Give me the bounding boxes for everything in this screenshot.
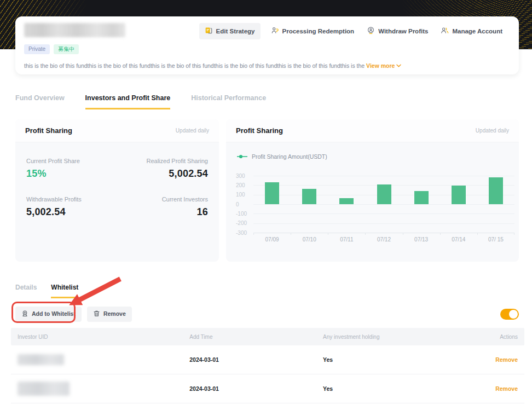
fund-bio: this is the bio of this fundthis is the … [24, 62, 505, 69]
chart-xtick-label: 07/10 [291, 236, 328, 242]
chart-axis-tick [365, 233, 366, 235]
holding-value: Yes [316, 356, 473, 363]
recruiting-badge: 募集中 [54, 44, 79, 54]
table-header-row: Investor UID Add Time Any investment hol… [11, 328, 524, 345]
chart-bar[interactable] [489, 177, 503, 204]
holding-value: Yes [316, 385, 473, 392]
chart-legend: Profit Sharing Amount(USDT) [237, 153, 327, 160]
fund-badges: Private 募集中 [24, 44, 505, 54]
chart-xtick-label: 07/09 [253, 236, 291, 242]
chart-bar[interactable] [302, 189, 316, 204]
chart-ytick-label: -100 [236, 210, 251, 217]
chart-card-title: Profit Sharing [236, 126, 283, 135]
tab-historical-performance[interactable]: Historical Performance [191, 94, 266, 109]
tab-fund-overview[interactable]: Fund Overview [15, 94, 65, 109]
add-to-whitelist-button[interactable]: Add to Whitelist [15, 307, 82, 322]
header-actions: Edit Strategy Processing Redemption With… [199, 23, 505, 39]
tab-investors-profit-share[interactable]: Investors and Profit Share [85, 94, 171, 109]
remove-button[interactable]: Remove [87, 307, 132, 322]
stat-realized-profit-sharing: Realized Profit Sharing 5,002.54 [117, 158, 208, 180]
chart-bar[interactable] [414, 191, 429, 204]
profit-sharing-chart-card: Profit Sharing Updated daily Profit Shar… [226, 119, 519, 262]
processing-redemption-label: Processing Redemption [282, 27, 355, 35]
chart-ytick-label: -300 [236, 229, 251, 236]
stats-card-updated: Updated daily [176, 128, 209, 134]
chart-xtick-label: 07/11 [328, 236, 365, 242]
chart-gridline [253, 233, 514, 233]
stats-card-title: Profit Sharing [25, 126, 72, 135]
table-row: 2024-03-01 Yes Remove [11, 345, 524, 374]
add-to-whitelist-icon [21, 310, 28, 319]
processing-redemption-button[interactable]: Processing Redemption [269, 23, 357, 39]
chart-bar[interactable] [452, 186, 466, 204]
investor-uid-redacted [18, 354, 64, 365]
profit-sharing-stats-card: Profit Sharing Updated daily Current Pro… [15, 119, 219, 262]
chart-gridline [253, 213, 514, 214]
sub-tabs: Details Whitelist [15, 284, 78, 298]
table-row: 2024-03-01 Yes Remove [11, 374, 524, 403]
edit-strategy-icon [205, 26, 213, 36]
chart-xtick-label: 07/ 15 [477, 236, 514, 242]
stat-value: 5,002.54 [26, 206, 117, 218]
investor-uid-redacted [18, 382, 70, 396]
stat-value: 15% [26, 168, 117, 180]
fund-name-redacted [24, 23, 125, 37]
manage-account-label: Manage Account [452, 27, 502, 35]
toggle-knob [509, 310, 518, 319]
stat-label: Current Profit Share [26, 158, 117, 164]
chart-xtick-label: 07/12 [365, 236, 402, 242]
edit-strategy-label: Edit Strategy [216, 27, 255, 35]
main-tabs: Fund Overview Investors and Profit Share… [15, 94, 266, 109]
chart-ytick-label: -200 [236, 220, 251, 227]
chart-axis-tick [253, 233, 254, 235]
chart-card-updated: Updated daily [476, 128, 509, 134]
edit-strategy-button[interactable]: Edit Strategy [199, 23, 261, 39]
view-more-link[interactable]: View more [366, 62, 401, 69]
stat-value: 16 [117, 206, 208, 218]
add-time-value: 2024-03-01 [183, 385, 316, 392]
chart-bar[interactable] [339, 198, 354, 204]
add-to-whitelist-label: Add to Whitelist [32, 310, 76, 317]
whitelist-toggle[interactable] [500, 309, 519, 320]
stat-label: Withdrawable Profits [26, 196, 117, 203]
chart-bar[interactable] [265, 182, 279, 204]
row-remove-link[interactable]: Remove [495, 356, 518, 363]
chart-gridline [253, 176, 514, 176]
chart-axis-tick [328, 233, 328, 235]
chart-gridline [253, 223, 514, 224]
withdraw-profits-button[interactable]: Withdraw Profits [365, 23, 430, 39]
tab-details[interactable]: Details [15, 284, 37, 298]
fund-management-page: Edit Strategy Processing Redemption With… [0, 0, 532, 410]
fund-bio-text: this is the bio of this fundthis is the … [24, 62, 365, 69]
chart-ytick-label: 100 [236, 191, 251, 198]
whitelist-toolbar: Add to Whitelist Remove [15, 307, 519, 321]
chart-ytick-label: 300 [236, 172, 251, 180]
row-remove-link[interactable]: Remove [495, 385, 518, 392]
chart-axis-tick [477, 233, 478, 235]
column-investor-uid: Investor UID [11, 334, 183, 340]
whitelist-table: Investor UID Add Time Any investment hol… [11, 328, 524, 403]
view-more-label: View more [366, 62, 395, 69]
chevron-down-icon [396, 64, 401, 67]
legend-marker-icon [237, 154, 248, 159]
profit-chart-plot: 3002001000-100-200-30007/0907/1007/1107/… [253, 176, 514, 233]
chart-axis-tick [403, 233, 403, 235]
processing-redemption-icon [271, 26, 279, 36]
column-add-time: Add Time [183, 334, 316, 340]
remove-button-label: Remove [103, 310, 126, 317]
chart-xtick-label: 07/14 [440, 236, 477, 242]
chart-axis-tick [291, 233, 291, 235]
column-investment-holding: Any investment holding [316, 334, 473, 340]
stat-label: Realized Profit Sharing [117, 158, 208, 164]
chart-bar[interactable] [377, 184, 391, 204]
private-badge: Private [24, 44, 50, 54]
chart-ytick-label: 0 [236, 201, 251, 208]
stat-current-investors: Current Investors 16 [117, 196, 208, 218]
chart-gridline [253, 204, 514, 205]
tab-whitelist[interactable]: Whitelist [51, 284, 78, 298]
stat-label: Current Investors [117, 196, 208, 203]
withdraw-profits-icon [367, 26, 375, 36]
stat-withdrawable-profits: Withdrawable Profits 5,002.54 [26, 196, 117, 218]
legend-label: Profit Sharing Amount(USDT) [252, 153, 327, 160]
manage-account-button[interactable]: Manage Account [438, 23, 505, 39]
